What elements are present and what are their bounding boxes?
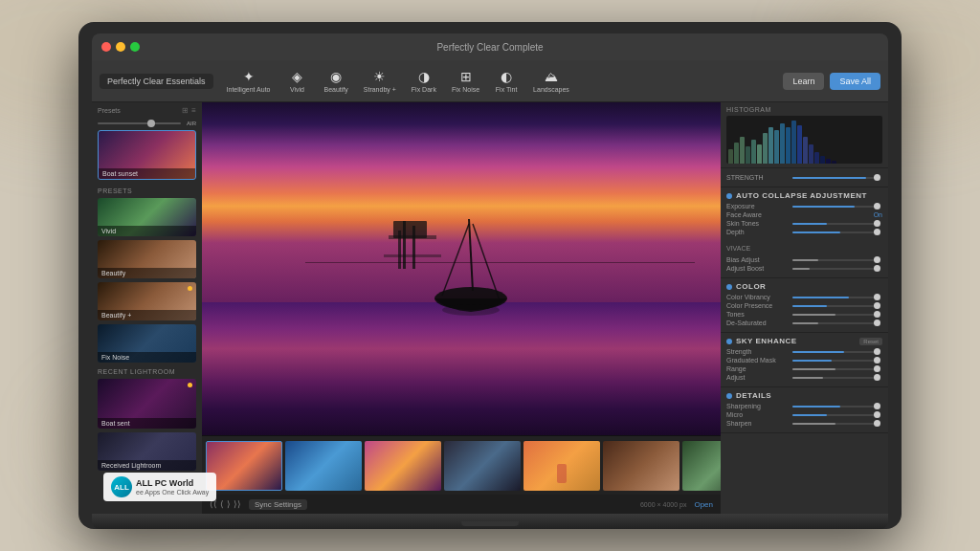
graduated-mask-row: Graduated Mask <box>726 357 882 364</box>
preset-fix-noise[interactable]: Fix Noise <box>98 324 196 363</box>
right-panel: HISTOGRAM <box>721 102 888 514</box>
preset-beautify-plus[interactable]: Beautify + <box>98 282 196 320</box>
tones-label: Tones <box>726 311 789 318</box>
sky-strength-slider[interactable] <box>792 351 879 353</box>
watermark-brand-line1: ALL PC <box>136 478 167 488</box>
tool-beautify[interactable]: ◉ Beautify <box>318 66 353 96</box>
minimize-window-button[interactable] <box>116 42 125 52</box>
color-vibrancy-row: Color Vibrancy <box>726 294 882 300</box>
tool-fix-noise[interactable]: ⊞ Fix Noise <box>446 66 485 96</box>
save-all-button[interactable]: Save All <box>830 73 880 90</box>
tool-label: Strandby + <box>364 86 396 93</box>
tool-fix-dark[interactable]: ◑ Fix Dark <box>406 66 442 96</box>
sidebar-view-controls: ⊞ ≡ <box>182 106 196 115</box>
tool-vivid[interactable]: ◈ Vivid <box>279 66 314 96</box>
filmstrip-thumb-1[interactable] <box>206 441 282 491</box>
filmstrip-thumb-2[interactable] <box>285 441 362 491</box>
sharpen-thumb <box>874 420 880 427</box>
sharpening-slider[interactable] <box>792 406 879 408</box>
learn-button[interactable]: Learn <box>783 73 824 90</box>
details-dot <box>726 393 732 399</box>
strength-slider[interactable] <box>792 177 879 179</box>
color-section-title: COLOR <box>736 282 766 291</box>
watermark-logo: ALL <box>111 476 132 497</box>
sky-adjust-slider[interactable] <box>792 377 879 379</box>
micro-label: Micro <box>726 411 789 418</box>
preset-boat-sunset[interactable]: Boat sent <box>98 379 196 429</box>
sky-reset-button[interactable]: Reset <box>859 338 882 345</box>
close-window-button[interactable] <box>101 42 111 52</box>
sky-adjust-thumb <box>874 374 880 381</box>
range-slider[interactable] <box>792 368 879 370</box>
tool-label: Intelligent Auto <box>227 86 271 93</box>
watermark-brand: ALL PC World <box>136 478 209 490</box>
bias-adjust-slider[interactable] <box>792 259 879 261</box>
nav-next-button[interactable]: ⟩ <box>227 499 231 509</box>
preset-received-lightroom[interactable]: Received Lightroom <box>98 432 196 471</box>
filmstrip-thumb-5[interactable] <box>523 441 600 491</box>
filmstrip-thumb-3[interactable] <box>365 441 441 491</box>
air-slider-thumb <box>147 120 155 127</box>
filmstrip-thumb-7[interactable] <box>682 441 721 491</box>
filmstrip <box>202 435 721 495</box>
tool-label: Vivid <box>290 86 304 93</box>
face-aware-label: Face Aware <box>726 211 789 218</box>
preset-recent-dot <box>188 383 192 387</box>
color-vibrancy-slider[interactable] <box>792 297 879 298</box>
tool-fix-tint[interactable]: ◐ Fix Tint <box>489 66 523 96</box>
tool-intelligent-auto[interactable]: ✦ Intelligent Auto <box>221 66 277 96</box>
grid-view-icon[interactable]: ⊞ <box>182 106 189 115</box>
tool-strandby[interactable]: ☀ Strandby + <box>358 66 402 96</box>
desaturated-slider[interactable] <box>792 322 879 324</box>
tool-label: Landscapes <box>533 86 569 93</box>
tool-label: Fix Dark <box>412 86 436 93</box>
preset-beautify-label: Beautify <box>98 268 196 278</box>
preset-vivid[interactable]: Vivid <box>98 198 196 236</box>
color-vibrancy-label: Color Vibrancy <box>726 294 789 300</box>
filmstrip-thumb-6[interactable] <box>603 441 679 491</box>
nav-prev-button[interactable]: ⟨ <box>220 499 224 509</box>
nav-last-button[interactable]: ⟩⟩ <box>234 499 241 509</box>
tones-slider[interactable] <box>792 314 879 316</box>
bias-adjust-thumb <box>874 256 880 263</box>
color-presence-slider[interactable] <box>792 305 879 307</box>
adjust-boost-slider[interactable] <box>792 268 879 270</box>
skin-tones-slider[interactable] <box>792 223 879 225</box>
preset-selector[interactable]: Perfectly Clear Essentials <box>100 74 213 89</box>
graduated-mask-slider[interactable] <box>792 360 879 362</box>
face-aware-toggle[interactable]: On <box>874 211 882 218</box>
sync-settings-button[interactable]: Sync Settings <box>249 499 307 510</box>
window-controls <box>101 42 140 52</box>
sidebar-header: Presets ⊞ ≡ <box>92 102 202 119</box>
preset-vivid-label: Vivid <box>98 226 196 236</box>
bottom-bar: ⟨⟨ ⟨ ⟩ ⟩⟩ Sync Settings 6000 × 4000 px O… <box>202 495 721 514</box>
watermark: ALL ALL PC World ee Apps One Click Away <box>103 473 216 501</box>
exposure-slider[interactable] <box>792 206 879 208</box>
open-button[interactable]: Open <box>694 500 713 509</box>
watermark-logo-text: ALL <box>114 483 129 492</box>
preset-beautify[interactable]: Beautify <box>98 240 196 278</box>
air-slider[interactable] <box>98 122 181 124</box>
color-dot <box>726 284 732 290</box>
maximize-window-button[interactable] <box>130 42 140 52</box>
list-view-icon[interactable]: ≡ <box>191 106 196 115</box>
sharpen-slider[interactable] <box>792 423 879 425</box>
main-photo <box>202 102 721 435</box>
adjust-boost-thumb <box>874 265 880 272</box>
tool-landscapes[interactable]: ⛰ Landscapes <box>527 66 575 96</box>
toolbar-right-actions: Learn Save All <box>783 73 880 90</box>
laptop-notch <box>461 521 519 526</box>
sharpening-label: Sharpening <box>726 403 789 409</box>
tool-label: Fix Noise <box>452 86 479 93</box>
tones-row: Tones <box>726 311 882 318</box>
preset-current-thumb[interactable]: Boat sunset <box>98 130 196 180</box>
sky-adjust-row: Adjust <box>726 374 882 381</box>
bias-adjust-row: Bias Adjust <box>726 256 882 263</box>
adjust-boost-row: Adjust Boost <box>726 265 882 272</box>
filmstrip-thumb-4[interactable] <box>444 441 521 491</box>
depth-slider[interactable] <box>792 231 879 233</box>
app-window: Perfectly Clear Complete Perfectly Clear… <box>92 33 888 514</box>
micro-slider[interactable] <box>792 414 879 416</box>
desaturated-label: De-Saturated <box>726 320 789 326</box>
nav-arrows: ⟨⟨ ⟨ ⟩ ⟩⟩ <box>210 499 241 509</box>
